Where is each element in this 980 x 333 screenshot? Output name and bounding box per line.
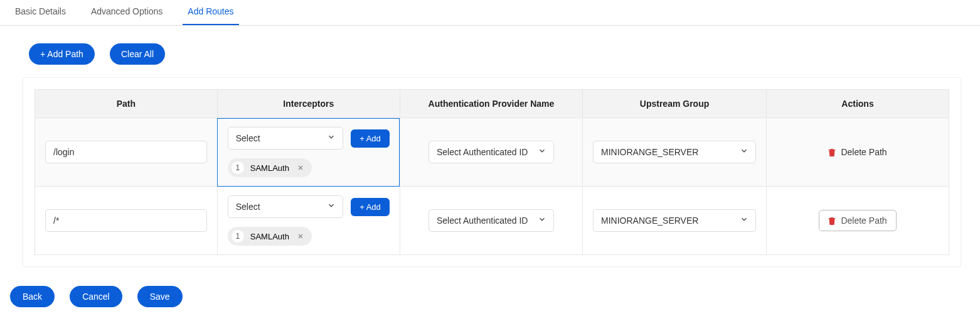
table-row: Select + Add 1 SAMLAuth <box>35 118 949 187</box>
path-input[interactable] <box>45 209 207 232</box>
upstream-label: MINIORANGE_SERVER <box>593 209 756 232</box>
delete-path-label: Delete Path <box>841 147 887 157</box>
delete-path-button[interactable]: Delete Path <box>819 210 896 231</box>
cell-auth: Select Authenticated ID <box>400 118 582 187</box>
cell-upstream: MINIORANGE_SERVER <box>583 187 767 255</box>
auth-provider-select[interactable]: Select Authenticated ID <box>429 141 554 163</box>
tab-advanced-options[interactable]: Advanced Options <box>86 0 168 25</box>
delete-path-label: Delete Path <box>841 216 887 226</box>
upstream-select[interactable]: MINIORANGE_SERVER <box>593 209 756 232</box>
interceptor-select[interactable]: Select <box>228 127 343 150</box>
upstream-select[interactable]: MINIORANGE_SERVER <box>593 141 756 163</box>
col-header-upstream: Upstream Group <box>583 90 767 118</box>
back-button[interactable]: Back <box>10 286 55 307</box>
auth-provider-label: Select Authenticated ID <box>429 209 554 232</box>
cell-actions: Delete Path <box>767 187 949 255</box>
chip-label: SAMLAuth <box>250 232 289 241</box>
col-header-auth: Authentication Provider Name <box>400 90 582 118</box>
cell-interceptors: Select + Add 1 SAMLAuth <box>217 187 400 255</box>
chip-index: 1 <box>232 161 244 174</box>
interceptor-select[interactable]: Select <box>228 195 343 218</box>
auth-provider-label: Select Authenticated ID <box>429 141 554 163</box>
toolbar: + Add Path Clear All <box>0 26 980 77</box>
cell-interceptors: Select + Add 1 SAMLAuth <box>217 118 400 187</box>
tab-add-routes[interactable]: Add Routes <box>183 0 238 25</box>
cell-actions: Delete Path <box>767 118 949 187</box>
chip-label: SAMLAuth <box>250 163 289 173</box>
interceptor-select-label: Select <box>228 195 343 218</box>
interceptor-chip: 1 SAMLAuth <box>228 227 312 246</box>
upstream-label: MINIORANGE_SERVER <box>593 141 756 163</box>
cell-auth: Select Authenticated ID <box>400 187 582 255</box>
clear-all-button[interactable]: Clear All <box>110 43 165 65</box>
col-header-interceptors: Interceptors <box>217 90 400 118</box>
interceptor-select-label: Select <box>228 127 343 150</box>
path-input[interactable] <box>45 141 207 163</box>
trash-icon <box>828 148 836 156</box>
routes-panel: Path Interceptors Authentication Provide… <box>23 77 961 267</box>
add-interceptor-button[interactable]: + Add <box>351 129 390 148</box>
footer-buttons: Back Cancel Save <box>0 267 980 320</box>
routes-table: Path Interceptors Authentication Provide… <box>35 89 949 255</box>
tab-bar: Basic Details Advanced Options Add Route… <box>0 0 980 26</box>
cancel-button[interactable]: Cancel <box>70 286 122 307</box>
auth-provider-select[interactable]: Select Authenticated ID <box>429 209 554 232</box>
add-path-button[interactable]: + Add Path <box>29 43 95 65</box>
cell-path <box>35 187 218 255</box>
close-icon[interactable] <box>296 163 306 173</box>
col-header-actions: Actions <box>767 90 949 118</box>
table-row: Select + Add 1 SAMLAuth <box>35 187 949 255</box>
cell-path <box>35 118 218 187</box>
tab-basic-details[interactable]: Basic Details <box>10 0 71 25</box>
trash-icon <box>828 216 836 225</box>
save-button[interactable]: Save <box>137 286 183 307</box>
add-interceptor-button[interactable]: + Add <box>351 198 390 216</box>
chip-index: 1 <box>232 230 244 243</box>
close-icon[interactable] <box>296 231 306 241</box>
delete-path-button[interactable]: Delete Path <box>819 142 895 162</box>
interceptor-chip: 1 SAMLAuth <box>228 158 312 177</box>
col-header-path: Path <box>35 90 218 118</box>
cell-upstream: MINIORANGE_SERVER <box>583 118 767 187</box>
